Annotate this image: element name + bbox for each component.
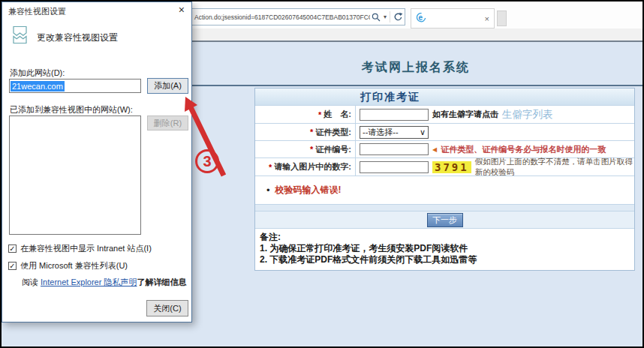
id-type-field-cell: --请选择-- ∨ (356, 124, 634, 140)
dialog-header: 更改兼容性视图设置 (37, 32, 118, 44)
id-number-label: 证件编号: (315, 144, 351, 155)
dialog-title: 兼容性视图设置 (8, 6, 66, 17)
id-number-hint: 证件类型、证件编号务必与报名时使用的一致 (441, 144, 606, 155)
required-asterisk: * (310, 128, 313, 136)
name-label-cell: * 姓 名: (255, 106, 356, 123)
tab-close-icon[interactable]: × (485, 14, 489, 23)
site-input[interactable]: 21wecan.com (9, 79, 141, 93)
required-asterisk: * (310, 145, 313, 154)
note-line-2: 2. 下载准考证PDF格式文件前须关闭下载工具如迅雷等 (260, 254, 630, 266)
name-field-cell: 如有生僻字请点击 生僻字列表 (356, 106, 634, 123)
id-type-label: 证件类型: (315, 127, 351, 138)
note-line-1: 1. 为确保正常打印准考证，考生须安装PDF阅读软件 (260, 243, 630, 254)
intranet-checkbox-label: 在兼容性视图中显示 Intranet 站点(I) (20, 243, 152, 254)
add-site-label: 添加此网站(D): (10, 68, 65, 79)
id-type-select-value: --请选择-- (363, 127, 399, 138)
ms-list-checkbox-label: 使用 Microsoft 兼容性列表(U) (20, 260, 128, 272)
name-row: * 姓 名: 如有生僻字请点击 生僻字列表 (255, 105, 634, 123)
name-hint-text: 如有生僻字请点击 (432, 109, 498, 120)
compatibility-view-dialog: 兼容性视图设置 × 更改兼容性视图设置 添加此网站(D): 21wecan.co… (2, 2, 192, 322)
required-asterisk: * (269, 163, 272, 172)
error-row: • 校验码输入错误! (255, 176, 634, 204)
privacy-statement-link[interactable]: Internet Explorer 隐私声明 (41, 278, 137, 286)
print-ticket-form: 打印准考证 * 姓 名: 如有生僻字请点击 生僻字列表 * 证件类型: (254, 88, 635, 271)
privacy-statement-line: 阅读 Internet Explorer 隐私声明了解详细信息 (22, 277, 186, 288)
ie-icon: e (416, 12, 426, 26)
button-row: 下一步 (255, 211, 634, 228)
added-sites-label: 已添加到兼容性视图中的网站(W): (10, 104, 133, 116)
browser-tab[interactable]: e × (411, 8, 495, 28)
url-text[interactable]: Action.do;jsessionid=6187CD02607645004C7… (182, 14, 370, 21)
notes-title: 备注: (260, 232, 630, 243)
step-number-badge: 3 (195, 149, 219, 173)
page-title: 考试网上报名系统 (341, 60, 491, 76)
new-tab-button[interactable] (497, 10, 507, 26)
captcha-label: 请输入图片中的数字: (274, 161, 351, 172)
delete-button: 删除(R) (147, 116, 188, 130)
id-type-select[interactable]: --请选择-- ∨ (360, 126, 429, 139)
captcha-hint: 假如图片上面的数字不清楚，请单击图片取得新的校验码 (475, 157, 634, 178)
captcha-image[interactable]: 3791 (432, 161, 471, 173)
captcha-label-cell: * 请输入图片中的数字: (255, 158, 356, 176)
id-number-input[interactable] (360, 143, 429, 155)
close-button[interactable]: 关闭(C) (146, 300, 188, 316)
captcha-field-cell: 3791 假如图片上面的数字不清楚，请单击图片取得新的校验码 (356, 158, 634, 176)
form-header-bar: 打印准考证 (255, 88, 634, 105)
id-type-label-cell: * 证件类型: (255, 124, 356, 140)
required-asterisk: * (318, 110, 321, 119)
search-icon[interactable] (370, 13, 382, 22)
captcha-row: * 请输入图片中的数字: 3791 假如图片上面的数字不清楚，请单击图片取得新的… (255, 158, 634, 176)
svg-text:e: e (419, 13, 423, 21)
privacy-suffix: 了解详细信息 (137, 278, 186, 286)
left-pointer-icon: ◀ (432, 146, 437, 153)
address-bar-divider (390, 11, 390, 22)
name-input[interactable] (360, 109, 429, 121)
screenshot-root: Action.do;jsessionid=6187CD02607645004C7… (0, 0, 644, 348)
id-number-field-cell: ◀ 证件类型、证件编号务必与报名时使用的一致 (356, 141, 634, 158)
next-step-button[interactable]: 下一步 (427, 213, 463, 227)
step-number: 3 (203, 153, 211, 170)
intranet-checkbox[interactable]: ✓ (8, 244, 17, 253)
dialog-close-icon[interactable]: × (179, 4, 185, 16)
intranet-checkbox-row[interactable]: ✓ 在兼容性视图中显示 Intranet 站点(I) (8, 243, 152, 254)
add-button[interactable]: 添加(A) (147, 78, 188, 94)
rare-character-list-link[interactable]: 生僻字列表 (502, 108, 553, 122)
id-number-label-cell: * 证件编号: (255, 141, 356, 158)
id-number-row: * 证件编号: ◀ 证件类型、证件编号务必与报名时使用的一致 (255, 140, 634, 158)
refresh-icon[interactable] (392, 12, 405, 22)
id-type-row: * 证件类型: --请选择-- ∨ (255, 123, 634, 140)
form-spacer-strip (255, 204, 634, 211)
bullet-icon: • (266, 184, 270, 196)
captcha-input[interactable] (360, 161, 429, 173)
notes-section: 备注: 1. 为确保正常打印准考证，考生须安装PDF阅读软件 2. 下载准考证P… (255, 228, 634, 270)
error-message: 校验码输入错误! (275, 184, 342, 196)
site-input-selected-text: 21wecan.com (11, 81, 65, 92)
privacy-prefix: 阅读 (22, 278, 41, 286)
ms-list-checkbox[interactable]: ✓ (8, 262, 17, 270)
search-dropdown-icon[interactable]: ▾ (382, 14, 388, 20)
added-sites-listbox[interactable] (9, 116, 141, 235)
name-label: 姓 名: (324, 109, 351, 120)
form-header-title: 打印准考证 (360, 91, 420, 104)
compatibility-view-icon (12, 26, 28, 46)
ms-list-checkbox-row[interactable]: ✓ 使用 Microsoft 兼容性列表(U) (8, 260, 128, 272)
chevron-down-icon: ∨ (420, 128, 426, 137)
address-bar[interactable]: Action.do;jsessionid=6187CD02607645004C7… (182, 8, 405, 26)
